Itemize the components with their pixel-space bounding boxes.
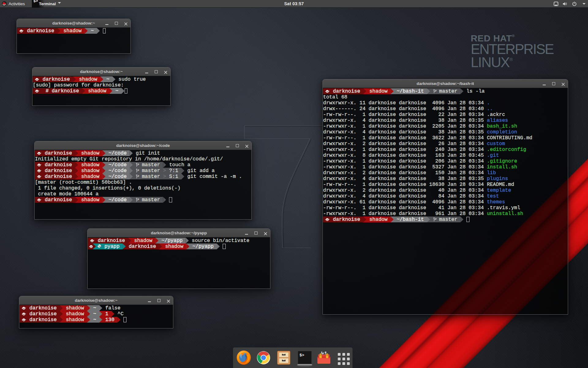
svg-text:$>: $> — [300, 353, 304, 358]
